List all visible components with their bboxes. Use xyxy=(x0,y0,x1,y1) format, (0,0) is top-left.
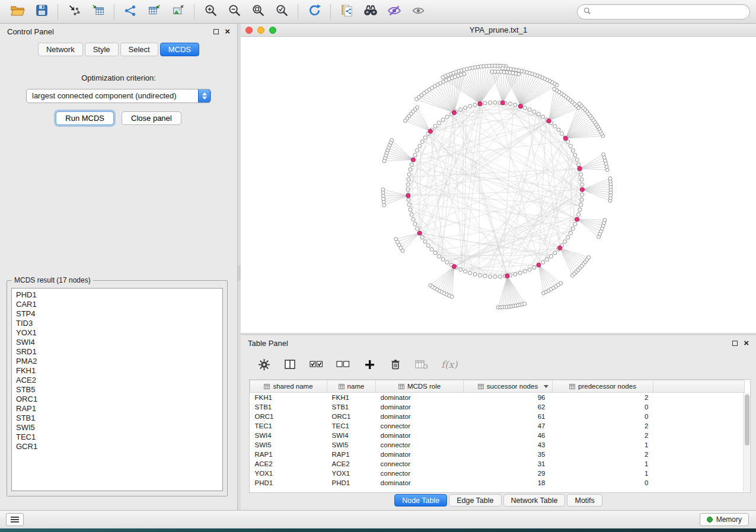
table-row[interactable]: TEC1TEC1connector472 xyxy=(250,421,745,431)
mcds-result-item[interactable]: ORC1 xyxy=(16,395,218,404)
cell[interactable]: 0 xyxy=(553,412,653,421)
cell[interactable]: 2 xyxy=(553,421,653,431)
cell[interactable]: 2 xyxy=(553,431,653,440)
mcds-result-item[interactable]: TEC1 xyxy=(16,432,218,442)
tab-network[interactable]: Network xyxy=(38,43,83,56)
memory-button[interactable]: Memory xyxy=(700,513,749,526)
export-network-button[interactable] xyxy=(119,2,142,22)
run-mcds-button[interactable]: Run MCDS xyxy=(56,111,114,125)
cell[interactable]: 29 xyxy=(464,469,553,478)
cell[interactable]: YOX1 xyxy=(327,469,376,478)
search-input[interactable] xyxy=(595,8,744,16)
refresh-view-button[interactable] xyxy=(302,2,326,22)
cell[interactable]: dominator xyxy=(376,431,464,440)
float-table-panel-icon[interactable] xyxy=(732,341,738,346)
export-image-button[interactable] xyxy=(166,2,190,22)
status-menu-button[interactable] xyxy=(6,513,24,526)
cell[interactable]: SWI5 xyxy=(250,440,327,450)
cell[interactable]: dominator xyxy=(376,412,464,421)
zoom-selected-button[interactable] xyxy=(270,2,294,22)
cell[interactable]: RAP1 xyxy=(250,450,327,459)
mcds-result-item[interactable]: SRD1 xyxy=(16,347,218,357)
table-row[interactable]: STB1STB1dominator620 xyxy=(250,402,745,412)
close-table-panel-icon[interactable]: × xyxy=(744,340,749,346)
export-table-button[interactable] xyxy=(142,2,166,22)
mcds-result-item[interactable]: STP4 xyxy=(16,309,218,319)
bottom-tab-motifs[interactable]: Motifs xyxy=(567,494,602,507)
cell[interactable]: 18 xyxy=(464,478,553,488)
mcds-result-item[interactable]: CAR1 xyxy=(16,300,218,309)
cell[interactable]: FKH1 xyxy=(327,393,376,402)
table-row[interactable]: RAP1RAP1dominator352 xyxy=(250,450,745,459)
bottom-tab-network-table[interactable]: Network Table xyxy=(503,494,566,507)
cell[interactable]: SWI4 xyxy=(250,431,327,440)
cell[interactable]: 1 xyxy=(553,440,653,450)
search-binoculars-button[interactable] xyxy=(359,2,382,22)
column-header-MCDS-role[interactable]: MCDS role xyxy=(376,380,464,393)
select-all-rows-icon[interactable] xyxy=(310,356,323,373)
import-network-button[interactable] xyxy=(62,2,86,22)
mcds-result-item[interactable]: SWI4 xyxy=(16,338,218,347)
cell[interactable]: RAP1 xyxy=(327,450,376,459)
table-settings-gear-icon[interactable] xyxy=(257,356,270,373)
cell[interactable]: 35 xyxy=(464,450,553,459)
criterion-dropdown[interactable]: largest connected component (undirected) xyxy=(26,89,211,103)
cell[interactable]: 2 xyxy=(553,393,653,402)
cell[interactable]: 96 xyxy=(464,393,553,402)
close-panel-icon[interactable]: × xyxy=(225,28,230,34)
cell[interactable]: dominator xyxy=(376,402,464,412)
table-row[interactable]: SWI5SWI5connector431 xyxy=(250,440,745,450)
column-header-successor-nodes[interactable]: successor nodes xyxy=(464,380,553,393)
cell[interactable]: 2 xyxy=(553,450,653,459)
table-row[interactable]: FKH1FKH1dominator962 xyxy=(250,393,745,402)
cell[interactable]: ORC1 xyxy=(327,412,376,421)
cell[interactable]: ACE2 xyxy=(250,459,327,469)
search-box[interactable] xyxy=(577,4,750,20)
dropdown-stepper-icon[interactable] xyxy=(198,89,210,103)
cell[interactable]: 1 xyxy=(553,469,653,478)
cell[interactable]: 43 xyxy=(464,440,553,450)
mcds-result-item[interactable]: PHD1 xyxy=(16,290,218,300)
tab-style[interactable]: Style xyxy=(85,43,119,56)
mcds-result-item[interactable]: YOX1 xyxy=(16,328,218,338)
hide-graphics-details-button[interactable] xyxy=(382,2,406,22)
zoom-out-button[interactable] xyxy=(222,2,246,22)
mcds-result-item[interactable]: STB1 xyxy=(16,414,218,423)
cell[interactable]: SWI5 xyxy=(327,440,376,450)
cell[interactable]: connector xyxy=(376,440,464,450)
cell[interactable]: 31 xyxy=(464,459,553,469)
tab-select[interactable]: Select xyxy=(120,43,158,56)
table-row[interactable]: ORC1ORC1dominator610 xyxy=(250,412,745,421)
table-scrollbar-thumb[interactable] xyxy=(745,395,749,446)
cell[interactable]: dominator xyxy=(376,478,464,488)
show-column-panel-icon[interactable] xyxy=(283,356,296,373)
network-window-titlebar[interactable]: YPA_prune.txt_1 xyxy=(241,24,756,37)
cell[interactable]: YOX1 xyxy=(250,469,327,478)
zoom-fit-button[interactable] xyxy=(246,2,270,22)
delete-column-icon[interactable] xyxy=(389,356,402,373)
table-row[interactable]: ACE2ACE2connector311 xyxy=(250,459,745,469)
cell[interactable]: connector xyxy=(376,421,464,431)
cell[interactable]: 61 xyxy=(464,412,553,421)
cell[interactable]: STB1 xyxy=(250,402,327,412)
cell[interactable]: dominator xyxy=(376,450,464,459)
open-folder-button[interactable] xyxy=(6,2,30,22)
column-sort-chevron-icon[interactable] xyxy=(544,385,548,388)
zoom-in-button[interactable] xyxy=(199,2,222,22)
mcds-result-item[interactable]: ACE2 xyxy=(16,376,218,385)
add-column-icon[interactable] xyxy=(363,356,376,373)
birds-eye-view-button[interactable] xyxy=(406,2,430,22)
save-session-button[interactable] xyxy=(30,2,53,22)
cell[interactable]: 1 xyxy=(553,459,653,469)
cell[interactable]: TEC1 xyxy=(250,421,327,431)
mcds-result-item[interactable]: GCR1 xyxy=(16,442,218,451)
column-header-name[interactable]: name xyxy=(327,380,376,393)
float-panel-icon[interactable] xyxy=(213,29,219,34)
tab-mcds[interactable]: MCDS xyxy=(160,43,199,56)
column-header-shared-name[interactable]: shared name xyxy=(250,380,327,393)
mcds-result-item[interactable]: SWI5 xyxy=(16,423,218,432)
table-row[interactable]: SWI4SWI4dominator462 xyxy=(250,431,745,440)
cell[interactable]: 46 xyxy=(464,431,553,440)
cell[interactable]: 47 xyxy=(464,421,553,431)
deselect-all-rows-icon[interactable] xyxy=(336,356,350,373)
